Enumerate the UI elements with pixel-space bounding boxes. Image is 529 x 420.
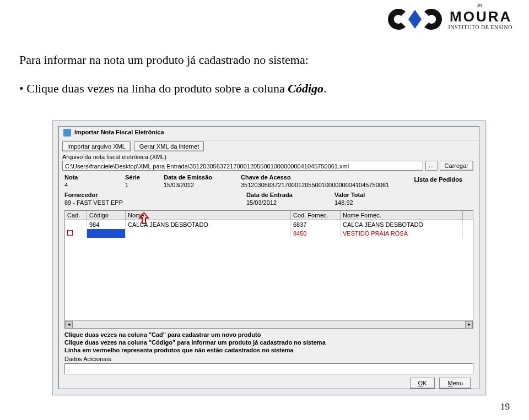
table-row[interactable]: 984 CALCA JEANS DESBOTADO 6837 CALCA JEA… [65, 220, 473, 229]
hd-chave: Chave de Acesso [241, 174, 406, 181]
cell-nome-fornec[interactable]: CALCA JEANS DESBOTADO [341, 220, 463, 229]
val-data-emissao: 15/03/2012 [164, 182, 241, 188]
instruction-bullet: • Clique duas vezes na linha do produto … [19, 81, 327, 96]
bullet-suffix: . [323, 81, 327, 95]
cell-cod-fornec[interactable]: 8450 [291, 229, 341, 238]
lista-pedidos-label: Lista de Pedidos [414, 176, 462, 183]
import-xml-button[interactable]: Importar arquivo XML [62, 141, 131, 151]
co-logo-icon [387, 7, 442, 32]
val-data-entrada: 15/03/2012 [246, 199, 334, 206]
val-nota: 4 [64, 182, 125, 188]
toolbar: Importar arquivo XML Gerar XML da intern… [59, 140, 479, 151]
col-nome-fornec[interactable]: Nome Fornec. [341, 211, 463, 220]
arquivo-label: Arquivo da nota fiscal eletrônica (XML) [59, 151, 479, 161]
cell-nome-fornec[interactable]: VESTIDO PRAIA ROSA [341, 229, 463, 238]
hint-1: Clique duas vezes na coluna "Cad" para c… [64, 331, 473, 339]
table-empty-area [65, 238, 473, 320]
hd-nota: Nota [64, 174, 125, 181]
bullet-prefix: • Clique duas vezes na linha do produto … [19, 81, 288, 95]
horizontal-scrollbar[interactable]: ◂ ▸ [65, 320, 473, 328]
arquivo-path-input[interactable]: C:\Users\franciele\Desktop\XML para Entr… [62, 161, 423, 171]
hd-data-entrada: Data de Entrada [246, 192, 334, 198]
col-codigo[interactable]: Código [87, 211, 126, 220]
info-grid-2: Fornecedor Data de Entrada Valor Total 8… [59, 189, 479, 209]
page-title: Para informar na nota um produto já cada… [19, 53, 309, 67]
cell-codigo[interactable]: 984 [87, 220, 126, 229]
val-fornecedor: 89 - FAST VEST EPP [64, 199, 246, 206]
hint-2: Clique duas vezes na coluna "Código" par… [64, 339, 473, 346]
cell-codigo-selected[interactable] [87, 229, 126, 238]
dialog-title: Importar Nota Fiscal Eletrônica [59, 127, 479, 140]
dados-adicionais-input[interactable]: . [64, 363, 473, 374]
cell-cad[interactable] [65, 220, 87, 229]
products-table: Cad. Código Nome Cod. Fornec. Nome Forne… [64, 210, 473, 329]
browse-button[interactable]: ... [425, 161, 438, 171]
cell-nome[interactable]: CALCA JEANS DESBOTADO [126, 220, 291, 229]
val-valor-total: 148,92 [334, 199, 406, 206]
hd-serie: Série [125, 174, 164, 181]
hd-fornecedor: Fornecedor [64, 192, 246, 198]
brand-logo-area: M O UJN R A INSTITUTO DE ENSINO [387, 7, 512, 32]
val-chave: 3512030563721700012055001000000004104575… [241, 182, 406, 188]
moura-logo-text: M O UJN R A [450, 8, 511, 25]
carregar-button[interactable]: Carregar [440, 161, 473, 171]
ok-button[interactable]: OK [410, 378, 435, 389]
page-number: 19 [500, 401, 510, 412]
gerar-xml-button[interactable]: Gerar XML da internet [134, 141, 204, 151]
col-cad[interactable]: Cad. [65, 211, 87, 220]
col-scroll [463, 211, 473, 220]
svg-marker-0 [408, 10, 422, 29]
dialog-frame: Importar Nota Fiscal Eletrônica Importar… [58, 126, 479, 389]
table-header: Cad. Código Nome Cod. Fornec. Nome Forne… [65, 211, 473, 220]
hd-valor-total: Valor Total [334, 192, 406, 198]
footer-buttons: OK Menu [59, 374, 479, 392]
cell-cod-fornec[interactable]: 6837 [291, 220, 341, 229]
col-cod-fornec[interactable]: Cod. Fornec. [291, 211, 341, 220]
scroll-left-icon[interactable]: ◂ [65, 321, 73, 329]
arrow-up-icon [138, 212, 149, 227]
col-nome[interactable]: Nome [126, 211, 291, 220]
jn-tag: JN [477, 3, 482, 7]
scroll-right-icon[interactable]: ▸ [465, 321, 473, 329]
hints-block: Clique duas vezes na coluna "Cad" para c… [59, 329, 479, 354]
table-row[interactable]: 8450 VESTIDO PRAIA ROSA [65, 229, 473, 238]
cell-nome[interactable] [126, 229, 291, 238]
app-screenshot: Importar Nota Fiscal Eletrônica Importar… [52, 120, 485, 395]
menu-button[interactable]: Menu [439, 378, 471, 389]
hd-data-emissao: Data de Emissão [164, 174, 241, 181]
moura-logo: M O UJN R A INSTITUTO DE ENSINO [448, 8, 512, 30]
hint-3: Linha em vermelho representa produtos qu… [64, 346, 473, 354]
bullet-codigo: Código [288, 81, 323, 95]
val-serie: 1 [125, 182, 164, 188]
cell-cad[interactable] [65, 229, 87, 238]
dados-adicionais-label: Dados Adicionais [59, 354, 479, 362]
